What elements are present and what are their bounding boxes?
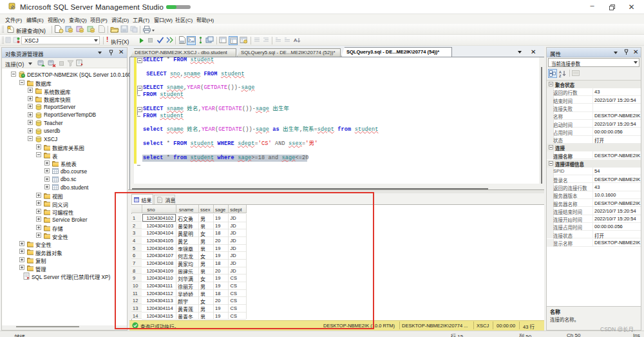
svg-text:A: A [294, 37, 298, 43]
svg-text:Z: Z [559, 74, 562, 78]
